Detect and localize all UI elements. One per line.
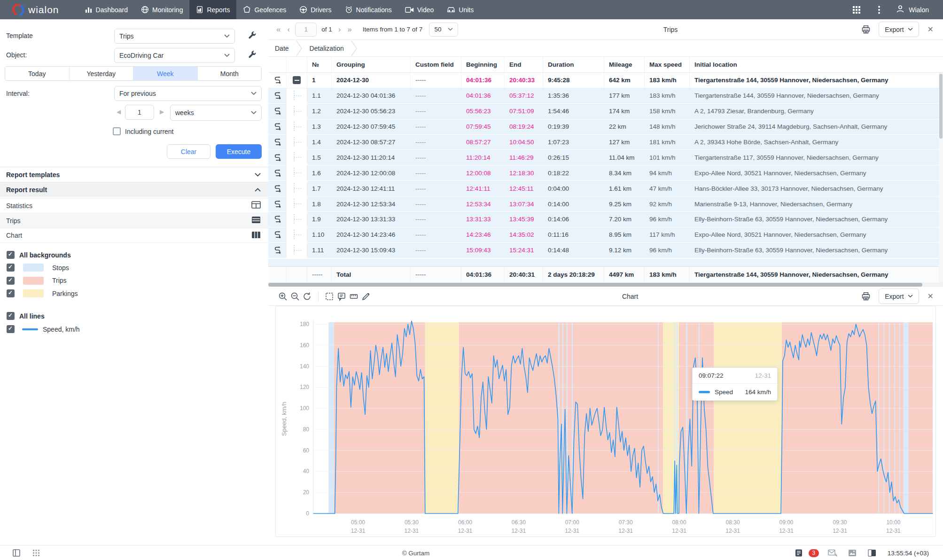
kebab-menu-icon[interactable] [873,4,885,16]
interval-select[interactable]: For previous [114,86,262,101]
notifications-count-badge[interactable]: 3 [809,549,819,557]
object-wrench-icon[interactable] [248,51,257,60]
trips-checkbox[interactable] [7,277,15,285]
nav-item-geofences[interactable]: Geofences [236,0,293,19]
interval-count-input[interactable]: 1 [125,105,154,120]
including-current-checkbox[interactable] [113,127,121,135]
apps-grid-icon[interactable] [850,4,863,16]
column-header[interactable]: Duration [543,57,604,72]
reset-zoom-icon[interactable] [301,290,313,303]
prev-page-arrow[interactable]: ‹ [284,25,293,34]
horizontal-scrollbar[interactable] [268,282,943,287]
template-wrench-icon[interactable] [248,31,257,41]
nav-item-units[interactable]: Units [440,0,480,19]
parkings-checkbox[interactable] [7,289,15,297]
print-icon[interactable] [860,23,872,36]
close-report-icon[interactable]: ✕ [926,25,935,34]
column-header[interactable]: Grouping [331,57,410,72]
range-tab-month[interactable]: Month [197,67,262,80]
user-menu[interactable]: Wialon [896,4,929,15]
toggle-sidebar-icon[interactable] [10,547,23,559]
template-select[interactable]: Trips [114,29,235,44]
measure-icon[interactable] [348,290,360,303]
trip-route-icon [268,135,286,150]
section-report-result[interactable]: Report result [0,182,268,197]
tab-date[interactable]: Date [268,45,296,52]
speed-chart[interactable]: 02040608010012014016018005:0012-3105:301… [275,306,936,537]
column-header[interactable]: Max speed [644,57,689,72]
column-header[interactable]: End [504,57,543,72]
table-row[interactable]: 1.22024-12-30 05:56:23-----05:56:2307:51… [268,104,943,119]
table-row[interactable]: 1.82024-12-30 12:53:34-----12:53:3413:07… [268,196,943,212]
table-row[interactable]: 1.32024-12-30 07:59:45-----07:59:4508:19… [268,119,943,135]
interval-increment-arrow[interactable]: ▶ [160,109,164,115]
nav-item-drivers[interactable]: Drivers [293,0,338,19]
range-tab-week[interactable]: Week [133,67,197,80]
chart-export-button[interactable]: Export [879,288,919,304]
table-row[interactable]: 12024-12-30-----04:01:3620:40:339:45:286… [268,73,943,88]
last-page-arrow[interactable]: » [344,25,355,34]
tab-detalization[interactable]: Detalization [303,45,351,52]
table-row[interactable]: 1.12024-12-30 04:01:36-----04:01:3605:37… [268,88,943,104]
close-chart-icon[interactable]: ✕ [926,292,935,301]
media-image-icon[interactable] [846,547,858,559]
export-button[interactable]: Export [879,22,919,37]
result-item-statistics[interactable]: Statistics [0,198,268,213]
mail-send-icon[interactable] [826,547,839,559]
table-row[interactable]: 1.62024-12-30 12:00:08-----12:00:0812:18… [268,165,943,181]
speed-line-checkbox[interactable] [7,325,15,333]
collapse-group-icon[interactable] [286,73,307,88]
trips-table-icon [251,216,261,225]
column-header[interactable]: Beginning [461,57,504,72]
table-row[interactable]: 1.102024-12-30 14:23:46-----14:23:4614:3… [268,227,943,243]
column-header[interactable]: Initial location [689,57,943,72]
all-backgrounds-checkbox[interactable] [7,251,15,259]
nav-item-dashboard[interactable]: Dashboard [78,0,135,19]
table-row[interactable]: 1.42024-12-30 08:57:27-----08:57:2710:04… [268,135,943,150]
section-report-templates[interactable]: Report templates [0,167,268,182]
table-row[interactable]: 1.112024-12-30 15:09:43-----15:09:4315:2… [268,243,943,258]
log-panel-icon[interactable] [866,547,878,559]
interval-unit-select[interactable]: weeks [170,105,262,121]
selection-zoom-icon[interactable] [323,290,335,303]
svg-text:12-31: 12-31 [351,528,366,534]
table-row[interactable]: 1.92024-12-30 13:31:33-----13:31:3313:45… [268,212,943,227]
horizontal-scrollbar-thumb[interactable] [268,283,922,287]
notifications-log-icon[interactable] [793,547,805,559]
next-page-arrow[interactable]: › [335,25,344,34]
all-lines-checkbox[interactable] [7,312,15,320]
table-row[interactable]: 1.52024-12-30 11:20:14-----11:20:1411:46… [268,150,943,165]
column-header[interactable]: Custom field [410,57,461,72]
first-page-arrow[interactable]: « [273,25,284,34]
execute-button[interactable]: Execute [216,144,262,159]
range-tab-yesterday[interactable]: Yesterday [69,67,133,80]
edit-pencil-icon[interactable] [360,290,372,303]
column-header[interactable]: № [307,57,331,72]
interval-decrement-arrow[interactable]: ◀ [117,109,121,115]
stops-checkbox[interactable] [7,264,15,272]
vertical-scrollbar[interactable] [939,73,943,282]
cell-max-speed: 183 km/h [644,88,689,103]
print-icon[interactable] [860,290,872,303]
tooltip-mode-icon[interactable] [335,290,348,303]
nav-item-reports[interactable]: Reports [189,0,236,19]
wialon-logo[interactable]: wialon [0,4,70,16]
column-header[interactable]: Mileage [604,57,644,72]
nav-item-monitoring[interactable]: Monitoring [134,0,189,19]
table-row[interactable]: 1.72024-12-30 12:41:11-----12:41:1112:45… [268,181,943,196]
range-tab-today[interactable]: Today [5,67,69,80]
report-tabs: Date Detalization [268,40,943,57]
clear-button[interactable]: Clear [167,144,210,159]
zoom-in-icon[interactable] [277,290,289,303]
nav-item-notifications[interactable]: Notifications [338,0,398,19]
vertical-scrollbar-thumb[interactable] [939,74,943,139]
page-size-select[interactable]: 50 [429,23,458,37]
object-select[interactable]: EcoDriving Car [114,48,235,63]
bottom-grid-icon[interactable] [30,547,42,559]
zoom-out-icon[interactable] [289,290,301,303]
minus-icon[interactable] [293,76,301,84]
result-item-chart[interactable]: Chart [0,228,268,243]
nav-item-video[interactable]: Video [398,0,441,19]
page-number-input[interactable]: 1 [295,23,317,37]
result-item-trips[interactable]: Trips [0,213,268,228]
